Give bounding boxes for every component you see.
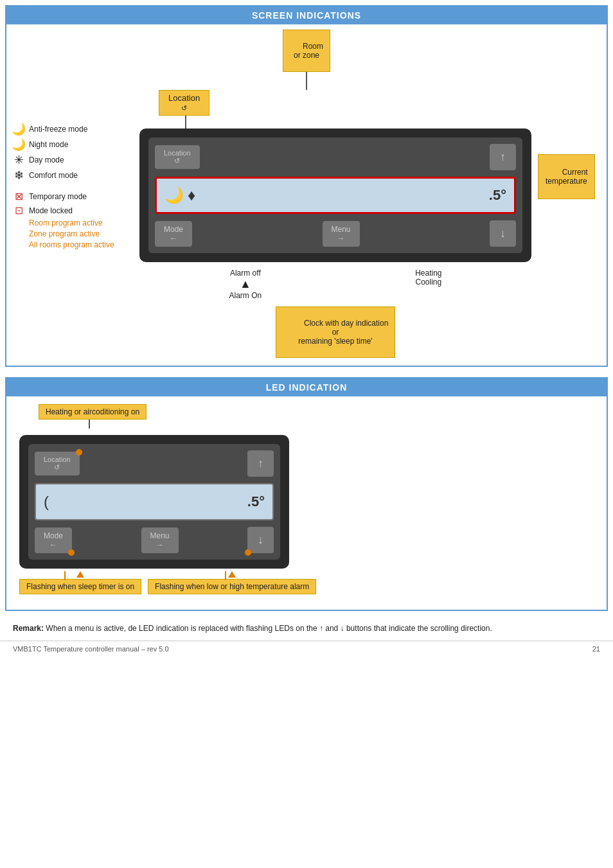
device-box: Location ↺ ↑ 🌙 ♦ [139,128,531,262]
led-section: LED INDICATION Heating or aircoditioning… [5,377,608,611]
heating-cooling-labels: Heating Cooling [415,269,441,300]
room-zone-label: Room or zone [283,30,330,72]
mode-group-1: 🌙 Anti-freeze mode 🌙 Night mode ✳ Day mo… [11,122,136,182]
device-bottom-row: Mode ← Menu → ↓ [155,220,516,247]
comfort-mode-icon: ❄ [11,168,26,182]
temporary-mode-label: Temporary mode [29,192,87,201]
room-program-label: Room program active [29,218,103,227]
led-bottom-row: Mode ← Menu → ↓ [35,527,274,553]
led-header: LED INDICATION [6,378,607,396]
led-flash-temp-label: Flashing when low or high temperature al… [148,579,316,594]
device-display-row: 🌙 ♦ .5° [155,177,516,214]
page-footer: VMB1TC Temperature controller manual – r… [0,641,613,657]
led-flash-sleep-label: Flashing when sleep timer is on [19,579,141,594]
antifreeze-icon: 🌙 [11,122,26,136]
down-button[interactable]: ↓ [490,220,516,247]
display-icons: 🌙 ♦ [164,186,195,204]
antifreeze-label: Anti-freeze mode [29,125,87,134]
allrooms-program-label: All rooms program active [29,240,114,249]
led-location-button[interactable]: Location ↺ [35,452,80,475]
menu-button[interactable]: Menu → [323,221,360,247]
program-icon-display: ♦ [188,186,195,204]
location-button[interactable]: Location ↺ [155,145,200,169]
led-down-button[interactable]: ↓ [247,527,274,553]
led-dot-mode [68,549,75,556]
alarm-off-label: Alarm off [229,269,262,278]
remark-section: Remark: When a menu is active, de LED in… [0,616,613,641]
mode-button[interactable]: Mode ← [155,221,192,247]
remark-bold: Remark: [13,624,44,633]
right-labels: Current temperature [531,90,602,199]
temporary-mode-icon: ⊠ [11,190,26,202]
remark-body: When a menu is active, de LED indication… [44,624,492,633]
alarm-on-label: Alarm On [229,291,262,300]
led-display-row: ( .5° [35,483,274,520]
footer-doc-label: VMB1TC Temperature controller manual – r… [13,645,169,653]
led-dot-location [76,449,82,456]
led-dot-down [245,549,251,556]
location-label: Location ↺ [159,90,209,116]
screen-indications-section: SCREEN INDICATIONS Room or zone 🌙 Anti-f… [5,5,608,367]
night-mode-icon: 🌙 [11,137,26,152]
alarm-icon: ▲ [229,278,262,291]
cooling-label: Cooling [415,278,441,287]
day-mode-icon: ✳ [11,153,26,167]
led-menu-button[interactable]: Menu → [141,527,179,553]
led-mode-button[interactable]: Mode ← [35,527,72,553]
zone-program-label: Zone program active [29,229,100,238]
left-labels-panel: 🌙 Anti-freeze mode 🌙 Night mode ✳ Day mo… [11,90,139,249]
mode-icon-display: 🌙 [164,186,184,204]
led-device-box: Location ↺ ↑ ( [19,435,289,569]
screen-header: SCREEN INDICATIONS [6,6,607,24]
mode-locked-icon: ⊡ [11,204,26,217]
heating-label: Heating [415,269,441,278]
led-display-temp: .5° [247,493,265,510]
night-mode-label: Night mode [29,140,68,149]
day-mode-label: Day mode [29,155,64,164]
device-diagram: Location ↺ Location ↺ ↑ [139,90,531,358]
led-display-panel: ( .5° [35,483,274,520]
footer-page-number: 21 [592,645,600,653]
alarm-labels: Alarm off ▲ Alarm On [229,269,262,300]
device-top-row: Location ↺ ↑ [155,144,516,170]
led-heating-ac-label: Heating or aircoditioning on [39,404,147,420]
led-display-icon: ( [44,493,49,511]
up-button[interactable]: ↑ [490,144,516,170]
mode-locked-label: Mode locked [29,206,73,215]
led-up-button[interactable]: ↑ [247,450,274,477]
clock-label: Clock with day indication or remaining '… [276,306,396,358]
current-temp-label: Current temperature [538,154,595,199]
mode-group-2: ⊠ Temporary mode ⊡ Mode locked Room prog… [11,190,136,249]
comfort-mode-label: Comfort mode [29,171,78,180]
display-panel: 🌙 ♦ .5° [155,177,516,214]
led-top-row: Location ↺ ↑ [35,450,274,477]
display-temp: .5° [489,187,506,204]
